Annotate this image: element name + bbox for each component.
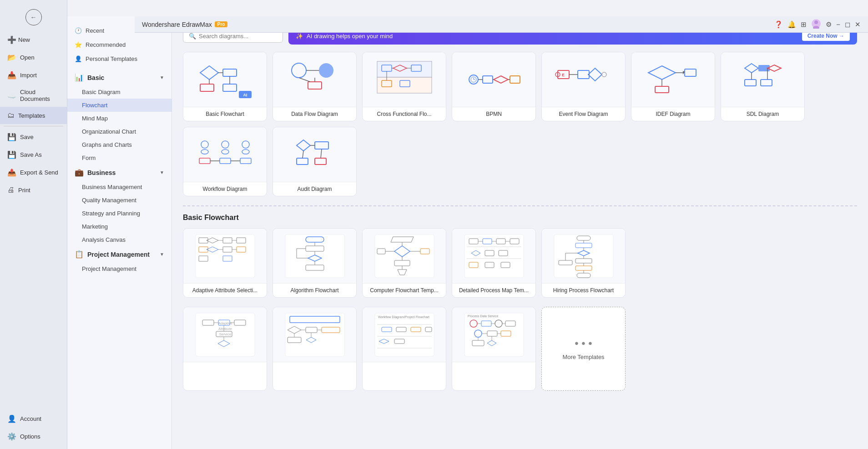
template-card-cross-functional[interactable]: Cross Functional Flo... [362,52,446,121]
basic-diagram-label: Basic Diagram [82,89,121,95]
svg-rect-185 [464,313,524,356]
templates-icon: 🗂 [7,111,15,120]
sidebar-item-options[interactable]: ⚙️ Options [0,428,67,445]
project-section-icon: 📋 [75,250,84,259]
svg-point-45 [602,72,606,77]
header-right: ❓ 🔔 ⊞ ⚙ − ◻ ✕ [774,19,861,30]
template-card-event-flow[interactable]: E Event Flow Diagram [541,52,626,121]
saveas-icon: 💾 [7,150,16,159]
project-mgmt-item[interactable]: Project Management [67,262,172,275]
personal-templates-item[interactable]: 👤 Personal Templates [67,52,172,66]
template-card-workflow[interactable]: Workflow Diagram [183,127,267,196]
back-button[interactable]: ← [0,4,67,31]
svg-rect-67 [199,158,210,164]
template-card-idef[interactable]: IDEF Diagram [631,52,715,121]
svg-text:Workflow Diagram/Project Flowc: Workflow Diagram/Project Flowchart [378,315,429,319]
sidebar-item-print[interactable]: 🖨 Print [0,181,67,199]
open-icon: 📂 [7,53,16,62]
business-mgmt-label: Business Management [82,184,142,190]
template-card-data-flow[interactable]: Data Flow Diagram [273,52,357,121]
label-data-flow: Data Flow Diagram [273,107,356,121]
basic-diagram-item[interactable]: Basic Diagram [67,85,172,99]
template-card-r2b[interactable] [273,307,357,391]
sidebar-item-cloud[interactable]: ☁️ Cloud Documents [0,84,67,107]
template-card-computer[interactable]: Computer Flowchart Temp... [362,228,446,298]
sidebar-item-account[interactable]: 👤 Account [0,410,67,428]
svg-rect-69 [240,158,251,164]
sidebar-label-templates: Templates [18,112,45,119]
close-icon[interactable]: ✕ [855,20,861,29]
svg-rect-73 [315,142,328,149]
svg-point-1 [814,20,818,24]
basic-section-label: Basic [87,74,104,81]
svg-rect-4 [223,69,237,76]
template-card-r2a[interactable]: Adaptive Attribute Service [183,307,267,391]
project-section-header[interactable]: 📋 Project Management ▼ [67,246,172,262]
mind-map-item[interactable]: Mind Map [67,112,172,125]
strategy-item[interactable]: Strategy and Planning [67,207,172,220]
sidebar-label-export: Export & Send [20,169,58,176]
sidebar-item-saveas[interactable]: 💾 Save As [0,146,67,164]
template-card-algorithm[interactable]: Algorithm Flowchart [273,228,357,298]
label-hiring: Hiring Process Flowchart [542,283,625,297]
restore-icon[interactable]: ◻ [845,20,850,29]
template-card-hiring[interactable]: Hiring Process Flowchart [541,228,626,298]
sidebar-item-export[interactable]: 📤 Export & Send [0,164,67,181]
label-computer: Computer Flowchart Temp... [363,283,446,297]
quality-mgmt-item[interactable]: Quality Management [67,194,172,207]
template-card-detailed[interactable]: Detailed Process Map Tem... [452,228,536,298]
search-input[interactable] [199,33,272,40]
svg-point-64 [222,150,229,154]
sidebar-item-new[interactable]: ➕ New [0,31,67,49]
svg-marker-72 [297,140,310,151]
svg-rect-29 [483,76,493,83]
sidebar-item-templates[interactable]: 🗂 Templates [0,107,67,124]
flowchart-item[interactable]: Flowchart [67,99,172,112]
minimize-icon[interactable]: − [836,20,840,28]
business-section-label: Business [87,169,116,176]
sidebar-item-import[interactable]: 📥 Import [0,66,67,84]
search-icon: 🔍 [189,33,196,40]
template-card-bpmn[interactable]: BPMN [452,52,536,121]
marketing-item[interactable]: Marketing [67,220,172,233]
label-adaptive: Adaptive Attribute Selecti... [183,283,267,297]
personal-label: Personal Templates [86,55,137,62]
svg-rect-14 [308,82,322,89]
graphs-charts-item[interactable]: Graphs and Charts [67,138,172,151]
template-card-sdl[interactable]: SDL Diagram [721,52,805,121]
grid-icon[interactable]: ⊞ [801,20,807,29]
content-area: 🔍 ✨ AI drawing helps open your mind Crea… [172,16,868,449]
settings-icon[interactable]: ⚙ [826,20,832,29]
form-item[interactable]: Form [67,151,172,165]
cloud-icon: ☁️ [7,91,16,100]
template-card-adaptive[interactable]: Adaptive Attribute Selecti... [183,228,267,298]
label-r2a [183,362,267,369]
business-section-header[interactable]: 💼 Business ▼ [67,165,172,180]
basic-section-header[interactable]: 📊 Basic ▼ [67,70,172,85]
template-card-basic-flowchart[interactable]: AI Basic Flowchart [183,52,267,121]
template-card-audit[interactable]: Audit Diagram [273,127,357,196]
svg-rect-163 [285,313,344,356]
new-icon: ➕ [7,35,16,44]
thumb-r2a: Adaptive Attribute Service [183,307,267,362]
label-r2b [273,362,356,369]
sidebar-item-open[interactable]: 📂 Open [0,49,67,66]
thumb-r2d: Process Data Service [452,307,535,362]
template-card-r2c[interactable]: Workflow Diagram/Project Flowchart [362,307,446,391]
sidebar-item-save[interactable]: 💾 Save [0,128,67,146]
analysis-item[interactable]: Analysis Canvas [67,233,172,246]
thumb-computer [363,229,446,283]
template-card-r2d[interactable]: Process Data Service [452,307,536,391]
user-circle-icon[interactable] [811,19,821,30]
thumb-adaptive [183,229,267,283]
save-icon: 💾 [7,133,16,141]
business-mgmt-item[interactable]: Business Management [67,180,172,194]
recommended-item[interactable]: ⭐ Recommended [67,38,172,52]
project-section-label: Project Management [87,251,150,258]
help-icon[interactable]: ❓ [774,20,783,29]
sidebar: ← ➕ New 📂 Open 📥 Import ☁️ Cloud Documen… [0,0,67,449]
bell-icon[interactable]: 🔔 [787,20,796,29]
more-templates-card[interactable]: • • • More Templates [541,307,626,391]
org-chart-item[interactable]: Organizational Chart [67,125,172,138]
svg-line-77 [303,151,303,158]
